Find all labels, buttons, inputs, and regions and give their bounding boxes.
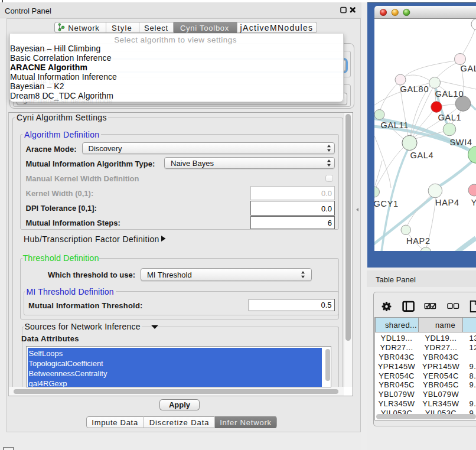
svg-text:GAL11: GAL11: [381, 120, 409, 130]
svg-text:SWI4: SWI4: [450, 138, 472, 147]
svg-text:GAL: GAL: [461, 64, 476, 73]
svg-text:GAL4: GAL4: [410, 151, 434, 160]
svg-text:Y: Y: [471, 198, 476, 207]
svg-text:HAP4: HAP4: [435, 198, 459, 207]
svg-text:GAL10: GAL10: [435, 89, 464, 99]
svg-text:GAL80: GAL80: [400, 84, 429, 94]
svg-text:GAL1: GAL1: [438, 113, 462, 122]
svg-text:HAP2: HAP2: [406, 236, 431, 246]
svg-text:GCY1: GCY1: [374, 199, 399, 208]
